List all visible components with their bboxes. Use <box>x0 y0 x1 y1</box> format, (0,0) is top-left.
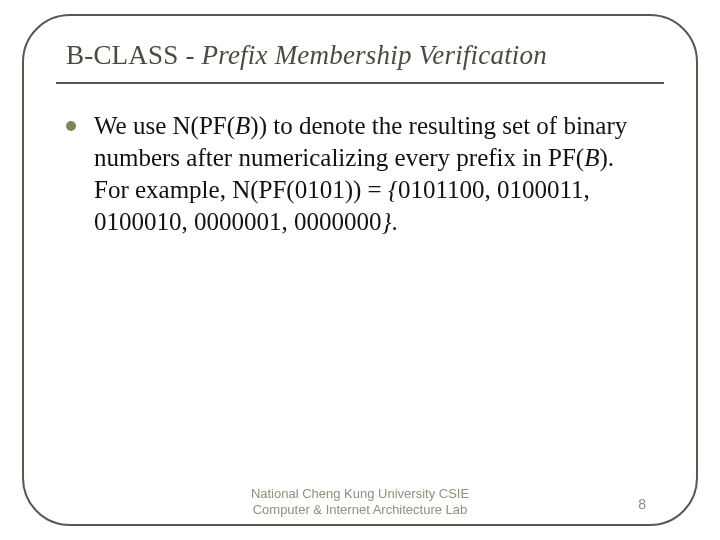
footer-line2: Computer & Internet Architecture Lab <box>251 502 469 518</box>
text-seg: . <box>392 208 398 235</box>
text-seg-italic: B <box>584 144 599 171</box>
slide: B-CLASS - Prefix Membership Verification… <box>0 0 720 540</box>
slide-border <box>22 14 698 526</box>
bullet-dot-icon <box>66 121 76 131</box>
bullet-item: We use N(PF(B)) to denote the resulting … <box>66 110 648 238</box>
footer-affiliation: National Cheng Kung University CSIE Comp… <box>251 486 469 519</box>
footer-line1: National Cheng Kung University CSIE <box>251 486 469 502</box>
page-number: 8 <box>638 496 646 512</box>
text-seg-italic: { <box>388 176 398 203</box>
text-seg: We use N(PF( <box>94 112 235 139</box>
text-seg-italic: B <box>235 112 250 139</box>
title-italic: Prefix Membership Verification <box>202 40 547 70</box>
title-prefix: B-CLASS - <box>66 40 202 70</box>
body: We use N(PF(B)) to denote the resulting … <box>66 110 648 238</box>
bullet-text: We use N(PF(B)) to denote the resulting … <box>94 110 648 238</box>
title-underline <box>56 82 664 84</box>
slide-title: B-CLASS - Prefix Membership Verification <box>66 40 666 71</box>
text-seg-italic: } <box>382 208 392 235</box>
